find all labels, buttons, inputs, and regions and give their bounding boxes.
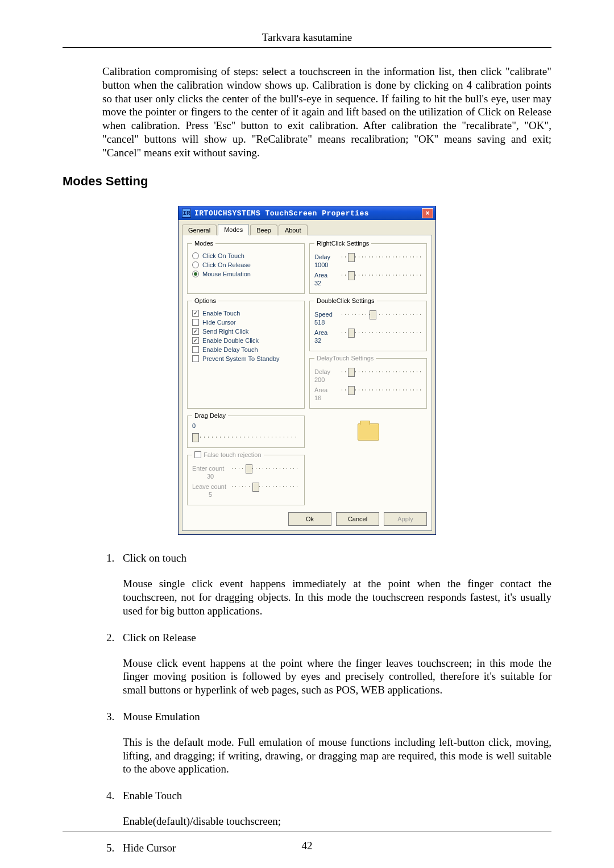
radio-click-on-release[interactable]: Click On Release — [192, 261, 300, 268]
radio-icon — [192, 252, 199, 259]
cancel-button[interactable]: Cancel — [336, 512, 379, 526]
slider-label: Leave count — [192, 483, 229, 490]
group-delaytouch: DelayTouch Settings Delay 200 Area 1 — [309, 355, 427, 409]
ok-button[interactable]: Ok — [288, 512, 331, 526]
group-rightclick-legend: RightClick Settings — [314, 240, 371, 247]
slider-value: 5 — [192, 491, 229, 498]
apply-button[interactable]: Apply — [384, 512, 427, 526]
check-send-right-click[interactable]: Send Right Click — [192, 328, 300, 335]
drag-delay-value: 0 — [192, 422, 300, 429]
group-options: Options Enable Touch Hide Cursor Send Ri… — [187, 297, 305, 409]
radio-icon — [192, 261, 199, 268]
check-enable-touch[interactable]: Enable Touch — [192, 310, 300, 317]
titlebar[interactable]: IR IRTOUCHSYSTEMS TouchScreen Properties… — [179, 206, 435, 220]
tab-panel-modes: Modes Click On Touch Click On Release Mo… — [182, 235, 432, 531]
slider-value: 16 — [314, 394, 334, 401]
slider-leave-count: Leave count — [192, 482, 300, 491]
header-rule — [63, 47, 551, 48]
slider-rightclick-area[interactable]: Area — [314, 271, 422, 280]
group-drag-delay-legend: Drag Delay — [192, 412, 228, 419]
checkbox-icon — [192, 319, 199, 326]
checkbox-icon — [192, 346, 199, 353]
item-body: Enable(default)/disable touchscreen; — [123, 815, 551, 828]
group-modes: Modes Click On Touch Click On Release Mo… — [187, 240, 305, 294]
check-label: Enable Double Click — [202, 337, 259, 344]
app-icon: IR — [182, 209, 191, 218]
tab-about[interactable]: About — [279, 225, 308, 235]
tab-general[interactable]: General — [182, 225, 217, 235]
checkbox-icon[interactable] — [194, 451, 201, 458]
close-icon[interactable]: × — [422, 208, 433, 218]
slider-label: Delay — [314, 254, 338, 260]
window-title: IRTOUCHSYSTEMS TouchScreen Properties — [194, 209, 422, 218]
slider-delaytouch-area: Area — [314, 385, 422, 394]
check-label: Send Right Click — [202, 328, 248, 335]
group-drag-delay: Drag Delay 0 — [187, 412, 305, 448]
slider-value: 32 — [314, 337, 334, 344]
item-title: Click on Release — [123, 632, 551, 644]
check-hide-cursor[interactable]: Hide Cursor — [192, 319, 300, 326]
slider-doubleclick-speed[interactable]: Speed — [314, 310, 422, 319]
slider-doubleclick-area[interactable]: Area — [314, 328, 422, 337]
check-enable-delay-touch[interactable]: Enable Delay Touch — [192, 346, 300, 353]
footer-rule — [63, 832, 551, 832]
group-doubleclick: DoubleClick Settings Speed 518 Area — [309, 297, 427, 351]
group-delaytouch-legend: DelayTouch Settings — [314, 355, 376, 362]
group-false-touch: False touch rejection Enter count 30 Lea… — [187, 451, 305, 505]
page-running-header: Tarkvara kasutamine — [63, 31, 551, 44]
radio-click-on-touch[interactable]: Click On Touch — [192, 252, 300, 259]
slider-label: Area — [314, 329, 338, 336]
checkbox-icon — [192, 328, 199, 335]
properties-dialog: IR IRTOUCHSYSTEMS TouchScreen Properties… — [178, 206, 436, 535]
item-title: Click on touch — [123, 552, 551, 564]
folder-icon — [358, 423, 379, 441]
slider-value: 518 — [314, 319, 334, 326]
check-label: Hide Cursor — [202, 319, 236, 326]
list-item: Click on Release Mouse click event happe… — [117, 632, 551, 697]
list-item: Enable Touch Enable(default)/disable tou… — [117, 790, 551, 828]
radio-mouse-emulation[interactable]: Mouse Emulation — [192, 271, 300, 277]
list-item: Click on touch Mouse single click event … — [117, 552, 551, 617]
radio-icon — [192, 271, 199, 277]
slider-enter-count: Enter count — [192, 464, 300, 473]
checkbox-icon — [192, 337, 199, 344]
slider-delaytouch-delay: Delay — [314, 367, 422, 376]
feature-list: Click on touch Mouse single click event … — [102, 552, 551, 854]
slider-value: 1000 — [314, 261, 334, 268]
checkbox-icon — [192, 355, 199, 362]
item-body: Mouse single click event happens immedia… — [123, 577, 551, 617]
check-enable-double-click[interactable]: Enable Double Click — [192, 337, 300, 344]
slider-label: Speed — [314, 311, 338, 318]
check-prevent-standby[interactable]: Prevent System To Standby — [192, 355, 300, 362]
group-options-legend: Options — [192, 297, 218, 304]
tab-beep[interactable]: Beep — [250, 225, 277, 235]
item-body: This is the default mode. Full emulation… — [123, 736, 551, 776]
slider-label: Delay — [314, 368, 338, 375]
button-bar: Ok Cancel Apply — [187, 509, 427, 526]
group-rightclick: RightClick Settings Delay 1000 Area — [309, 240, 427, 294]
check-label: Prevent System To Standby — [202, 355, 280, 362]
slider-value: 32 — [314, 280, 334, 286]
tab-modes[interactable]: Modes — [218, 224, 249, 235]
radio-label: Click On Release — [202, 261, 251, 268]
radio-label: Mouse Emulation — [202, 271, 251, 277]
item-body: Mouse click event happens at the point w… — [123, 657, 551, 697]
section-heading: Modes Setting — [63, 174, 551, 189]
intro-paragraph: Calibration compromising of steps: selec… — [63, 65, 551, 159]
slider-rightclick-delay[interactable]: Delay — [314, 252, 422, 261]
slider-label: Enter count — [192, 465, 229, 472]
slider-value: 30 — [192, 473, 229, 480]
list-item: Mouse Emulation This is the default mode… — [117, 711, 551, 776]
test-area[interactable] — [309, 412, 427, 448]
radio-label: Click On Touch — [202, 252, 244, 259]
check-label: Enable Delay Touch — [202, 346, 258, 353]
item-title: Mouse Emulation — [123, 711, 551, 723]
group-modes-legend: Modes — [192, 240, 215, 247]
checkbox-icon — [192, 310, 199, 317]
tab-strip: General Modes Beep About — [179, 220, 435, 235]
slider-label: Area — [314, 272, 338, 279]
group-false-touch-legend: False touch rejection — [204, 451, 262, 458]
slider-label: Area — [314, 387, 338, 393]
slider-drag-delay[interactable] — [192, 431, 300, 443]
slider-value: 200 — [314, 376, 334, 383]
